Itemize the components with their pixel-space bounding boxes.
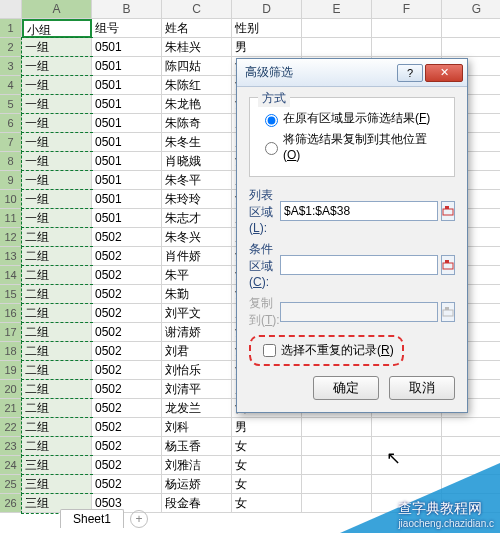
cell[interactable]: 朱志才 (162, 209, 232, 228)
cell[interactable] (372, 437, 442, 456)
cell[interactable]: 0501 (92, 114, 162, 133)
cell[interactable]: 陈四姑 (162, 57, 232, 76)
cell[interactable]: 刘科 (162, 418, 232, 437)
list-range-picker-icon[interactable] (441, 201, 455, 221)
cell[interactable]: 女 (232, 456, 302, 475)
unique-records-checkbox[interactable] (263, 344, 276, 357)
cell[interactable]: 0502 (92, 399, 162, 418)
cell[interactable]: 0502 (92, 304, 162, 323)
cell[interactable]: 0502 (92, 285, 162, 304)
cell[interactable]: 肖晓娥 (162, 152, 232, 171)
col-header-C[interactable]: C (162, 0, 232, 19)
cell[interactable] (442, 19, 500, 38)
row-header[interactable]: 2 (0, 38, 22, 57)
row-header[interactable]: 26 (0, 494, 22, 513)
cell[interactable]: 二组 (22, 380, 92, 399)
cell[interactable]: 一组 (22, 152, 92, 171)
cell[interactable]: 二组 (22, 285, 92, 304)
cell[interactable]: 0501 (92, 209, 162, 228)
dialog-help-button[interactable]: ? (397, 64, 423, 82)
cell[interactable]: 小组 (22, 19, 92, 38)
cell[interactable]: 0501 (92, 152, 162, 171)
cell[interactable]: 一组 (22, 133, 92, 152)
cell[interactable] (372, 38, 442, 57)
cell[interactable]: 二组 (22, 304, 92, 323)
cell[interactable]: 性别 (232, 19, 302, 38)
radio-copy-to[interactable]: 将筛选结果复制到其他位置(O) (260, 131, 444, 162)
radio-filter-inplace-input[interactable] (265, 114, 278, 127)
cell[interactable]: 二组 (22, 247, 92, 266)
cell[interactable] (302, 437, 372, 456)
cell[interactable]: 女 (232, 437, 302, 456)
cell[interactable]: 二组 (22, 342, 92, 361)
row-header[interactable]: 11 (0, 209, 22, 228)
cell[interactable]: 杨玉香 (162, 437, 232, 456)
cell[interactable]: 0502 (92, 342, 162, 361)
cell[interactable]: 三组 (22, 475, 92, 494)
cell[interactable]: 刘怡乐 (162, 361, 232, 380)
row-header[interactable]: 18 (0, 342, 22, 361)
cell[interactable]: 0502 (92, 247, 162, 266)
row-header[interactable]: 24 (0, 456, 22, 475)
sheet-tab-sheet1[interactable]: Sheet1 (60, 509, 124, 528)
cell[interactable]: 一组 (22, 57, 92, 76)
criteria-range-picker-icon[interactable] (441, 255, 455, 275)
row-header[interactable]: 21 (0, 399, 22, 418)
cell[interactable]: 0502 (92, 361, 162, 380)
cell[interactable]: 朱玲玲 (162, 190, 232, 209)
add-sheet-button[interactable]: + (130, 510, 148, 528)
row-header[interactable]: 17 (0, 323, 22, 342)
cell[interactable] (442, 437, 500, 456)
cell[interactable]: 朱桂兴 (162, 38, 232, 57)
cell[interactable]: 0502 (92, 323, 162, 342)
list-range-input[interactable] (280, 201, 438, 221)
col-header-E[interactable]: E (302, 0, 372, 19)
cell[interactable]: 谢清娇 (162, 323, 232, 342)
cell[interactable]: 朱冬兴 (162, 228, 232, 247)
row-header[interactable]: 15 (0, 285, 22, 304)
row-header[interactable]: 3 (0, 57, 22, 76)
cell[interactable]: 男 (232, 38, 302, 57)
cell[interactable]: 朱平 (162, 266, 232, 285)
cell[interactable]: 朱冬生 (162, 133, 232, 152)
cell[interactable]: 男 (232, 418, 302, 437)
cell[interactable]: 0501 (92, 38, 162, 57)
cell[interactable]: 一组 (22, 209, 92, 228)
cell[interactable]: 0501 (92, 95, 162, 114)
cell[interactable]: 0502 (92, 380, 162, 399)
cell[interactable]: 0502 (92, 437, 162, 456)
cell[interactable] (372, 19, 442, 38)
radio-copy-to-input[interactable] (265, 142, 278, 155)
cell[interactable] (302, 19, 372, 38)
col-header-D[interactable]: D (232, 0, 302, 19)
cell[interactable] (302, 418, 372, 437)
row-header[interactable]: 19 (0, 361, 22, 380)
cell[interactable]: 龙发兰 (162, 399, 232, 418)
row-header[interactable]: 23 (0, 437, 22, 456)
criteria-range-input[interactable] (280, 255, 438, 275)
cell[interactable] (302, 38, 372, 57)
col-header-G[interactable]: G (442, 0, 500, 19)
cell[interactable]: 朱龙艳 (162, 95, 232, 114)
cell[interactable]: 女 (232, 475, 302, 494)
cell[interactable]: 0502 (92, 266, 162, 285)
cell[interactable]: 0502 (92, 418, 162, 437)
cell[interactable]: 0502 (92, 228, 162, 247)
cell[interactable]: 二组 (22, 399, 92, 418)
cell[interactable]: 姓名 (162, 19, 232, 38)
col-header-F[interactable]: F (372, 0, 442, 19)
row-header[interactable]: 10 (0, 190, 22, 209)
row-header[interactable]: 9 (0, 171, 22, 190)
cell[interactable]: 二组 (22, 266, 92, 285)
cell[interactable]: 朱勤 (162, 285, 232, 304)
row-header[interactable]: 1 (0, 19, 22, 38)
cell[interactable]: 二组 (22, 418, 92, 437)
row-header[interactable]: 7 (0, 133, 22, 152)
cell[interactable]: 段金春 (162, 494, 232, 513)
row-header[interactable]: 8 (0, 152, 22, 171)
cell[interactable]: 0501 (92, 171, 162, 190)
cell[interactable]: 一组 (22, 114, 92, 133)
cell[interactable]: 二组 (22, 228, 92, 247)
row-header[interactable]: 16 (0, 304, 22, 323)
cell[interactable]: 肖件娇 (162, 247, 232, 266)
